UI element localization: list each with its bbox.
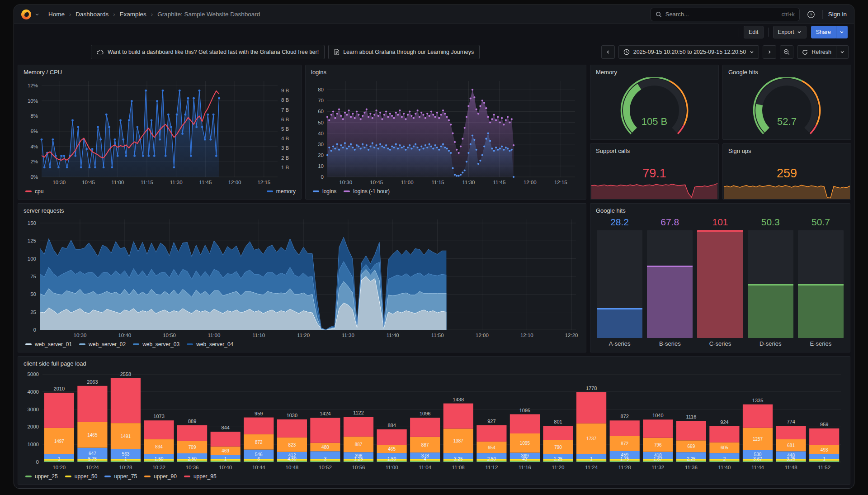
svg-text:1.75: 1.75 [620, 457, 629, 462]
share-menu-button[interactable] [836, 26, 848, 38]
grafana-cloud-banner[interactable]: Want to build a dashboard like this? Get… [91, 45, 325, 59]
panel-title[interactable]: logins [311, 67, 580, 77]
svg-text:5000: 5000 [27, 371, 39, 377]
svg-text:959: 959 [255, 411, 263, 416]
svg-text:3000: 3000 [27, 407, 39, 412]
learning-journeys-banner[interactable]: Learn about Grafana through our Learning… [328, 45, 480, 59]
svg-text:887: 887 [355, 442, 363, 447]
google-hits-gauge[interactable]: 52.7 [728, 77, 845, 136]
bar-gauge-track [697, 230, 743, 338]
bar-gauge-c-series[interactable]: 101C-series [697, 217, 743, 349]
time-range-forward-button[interactable] [763, 45, 776, 59]
panel-title[interactable]: Memory [596, 67, 713, 77]
legend-item-upper-25[interactable]: upper_25 [25, 473, 58, 480]
bar-gauge-value: 28.2 [597, 217, 642, 230]
sign-ups-stat[interactable]: 259 [728, 156, 845, 196]
svg-text:10:24: 10:24 [86, 465, 99, 470]
edit-label: Edit [749, 29, 759, 35]
bar-gauge-a-series[interactable]: 28.2A-series [597, 217, 642, 349]
time-range-back-button[interactable] [601, 45, 615, 59]
svg-text:887: 887 [421, 443, 429, 447]
panel-title[interactable]: Sign ups [728, 146, 845, 156]
svg-text:2.50: 2.50 [188, 457, 197, 462]
sign-in-button[interactable]: Sign in [828, 11, 847, 18]
legend-item-web-server-03[interactable]: web_server_03 [133, 341, 179, 347]
support-calls-stat[interactable]: 79.1 [596, 156, 713, 196]
legend-item-upper-75[interactable]: upper_75 [104, 473, 137, 480]
share-button[interactable]: Share [811, 26, 836, 38]
time-range-picker[interactable]: 2025-09-15 10:20:50 to 2025-09-15 12:20:… [618, 45, 760, 59]
legend-item-logins-1-hour-[interactable]: logins (-1 hour) [344, 188, 390, 195]
chevron-down-icon[interactable] [35, 12, 39, 17]
legend-swatch [313, 190, 319, 192]
svg-text:1.25: 1.25 [354, 457, 363, 462]
panel-title[interactable]: Memory / CPU [24, 67, 296, 77]
panel-title[interactable]: Google hits [596, 206, 844, 216]
refresh-interval-button[interactable] [836, 45, 849, 59]
zoom-out-button[interactable] [780, 45, 793, 59]
nav-right: Search... ctrl+k ? Sign in [651, 8, 847, 21]
breadcrumb-item-home[interactable]: Home [48, 11, 65, 18]
legend-label: upper_25 [35, 473, 58, 480]
panel-title[interactable]: Support calls [596, 146, 713, 156]
svg-text:889: 889 [188, 419, 196, 424]
grafana-logo[interactable] [21, 10, 31, 19]
memory-cpu-chart[interactable]: 0%2%4%6%8%10%12%10:3010:4511:0011:1511:3… [24, 77, 296, 187]
svg-text:1: 1 [58, 457, 61, 462]
search-input[interactable]: Search... ctrl+k [651, 8, 800, 21]
help-icon[interactable]: ? [805, 9, 817, 20]
logins-chart[interactable]: 0102030405060708010:3010:4511:0011:1511:… [311, 77, 580, 187]
svg-text:1.50: 1.50 [155, 457, 164, 462]
google-hits-bar-gauge[interactable]: 28.2A-series67.8B-series101C-series50.3D… [596, 216, 844, 349]
legend-item-logins[interactable]: logins [313, 188, 336, 195]
server-requests-chart[interactable]: 025507510012515010:3010:4010:5011:0011:1… [24, 216, 580, 340]
edit-button[interactable]: Edit [744, 26, 764, 38]
client-page-load-chart[interactable]: 01000200030004000500020101497110:2020631… [24, 369, 844, 472]
svg-text:927: 927 [487, 419, 495, 424]
panel-title[interactable]: client side full page load [24, 359, 844, 369]
svg-text:8 B: 8 B [281, 97, 289, 103]
breadcrumb-item-dashboards[interactable]: Dashboards [75, 11, 108, 18]
legend-label: web_server_01 [35, 341, 72, 347]
svg-text:11:52: 11:52 [818, 465, 830, 470]
svg-text:7 B: 7 B [281, 107, 289, 113]
bar-gauge-fill [647, 266, 693, 338]
bar-gauge-e-series[interactable]: 50.7E-series [798, 217, 844, 349]
panel-title[interactable]: Google hits [728, 67, 845, 77]
svg-text:43: 43 [522, 457, 528, 462]
stat-row: Support calls 79.1 Sign ups 259 [590, 143, 851, 200]
panel-title[interactable]: server requests [24, 206, 580, 216]
svg-text:10:30: 10:30 [339, 180, 352, 185]
svg-text:11:00: 11:00 [111, 180, 124, 185]
bar-gauge-fill [597, 308, 642, 338]
panel-memory-cpu: Memory / CPU 0%2%4%6%8%10%12%10:3010:451… [18, 65, 302, 200]
svg-text:10:36: 10:36 [186, 465, 199, 470]
breadcrumb-separator-icon: › [69, 11, 71, 18]
legend-item-upper-90[interactable]: upper_90 [144, 473, 177, 480]
time-range-label: 2025-09-15 10:20:50 to 2025-09-15 12:20:… [633, 49, 746, 55]
svg-text:1095: 1095 [520, 441, 530, 446]
legend-item-memory[interactable]: memory [267, 188, 296, 195]
legend-item-upper-50[interactable]: upper_50 [65, 473, 98, 480]
svg-text:11:12: 11:12 [485, 465, 498, 470]
svg-text:0: 0 [321, 174, 324, 180]
support-calls-sparkline [590, 178, 718, 199]
right-column: Memory 105 B Google hits 52.7 Support ca… [590, 65, 851, 200]
memory-gauge[interactable]: 105 B [596, 77, 713, 136]
refresh-button[interactable]: Refresh [797, 45, 836, 59]
bar-gauge-cap [647, 266, 693, 267]
breadcrumb-item-graphite-sample-website-dashboard[interactable]: Graphite: Sample Website Dashboard [157, 11, 260, 18]
dashboard-grid: Memory / CPU 0%2%4%6%8%10%12%10:3010:451… [14, 64, 854, 488]
legend-item-upper-95[interactable]: upper_95 [184, 473, 217, 480]
legend-item-web-server-01[interactable]: web_server_01 [25, 341, 72, 347]
legend-item-cpu[interactable]: cpu [25, 188, 43, 195]
export-button[interactable]: Export [773, 26, 807, 38]
legend-item-web-server-04[interactable]: web_server_04 [187, 341, 233, 347]
svg-text:10:32: 10:32 [152, 465, 165, 470]
legend-item-web-server-02[interactable]: web_server_02 [79, 341, 126, 347]
bar-gauge-b-series[interactable]: 67.8B-series [647, 217, 693, 349]
legend-swatch [104, 476, 111, 477]
bar-gauge-d-series[interactable]: 50.3D-series [748, 217, 793, 349]
breadcrumb-item-examples[interactable]: Examples [120, 11, 146, 18]
chevron-right-icon [767, 50, 772, 54]
